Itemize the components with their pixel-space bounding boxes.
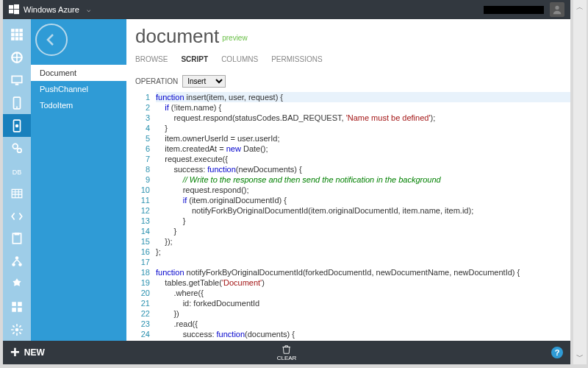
rail-adjust-icon[interactable] bbox=[3, 273, 31, 296]
svg-rect-8 bbox=[11, 33, 15, 37]
svg-rect-10 bbox=[19, 33, 23, 37]
nav-item[interactable]: Document bbox=[31, 65, 126, 81]
code-line[interactable]: 11 if (item.originalDocumentId) { bbox=[135, 195, 570, 205]
code-line[interactable]: 5 item.ownerUserId = user.userId; bbox=[135, 133, 570, 144]
clear-button[interactable]: CLEAR bbox=[277, 344, 297, 361]
second-nav: DocumentPushChannelTodoItem bbox=[31, 19, 126, 341]
line-number: 6 bbox=[135, 144, 156, 154]
tab[interactable]: BROWSE bbox=[135, 55, 168, 65]
line-number: 7 bbox=[135, 154, 156, 164]
line-number: 21 bbox=[135, 298, 156, 308]
code-line[interactable]: 20 .where({ bbox=[135, 288, 570, 298]
svg-rect-7 bbox=[19, 29, 23, 33]
svg-point-28 bbox=[12, 263, 15, 266]
preview-badge: preview bbox=[222, 34, 247, 42]
line-number: 24 bbox=[135, 329, 156, 339]
svg-rect-31 bbox=[18, 302, 22, 306]
rail-module-icon[interactable] bbox=[3, 295, 31, 318]
rail-clipboard-icon[interactable] bbox=[3, 227, 31, 250]
rail-code-icon[interactable] bbox=[3, 205, 31, 227]
line-number: 14 bbox=[135, 226, 156, 236]
operation-select[interactable]: InsertUpdateDeleteRead bbox=[182, 75, 226, 88]
line-number: 1 bbox=[135, 92, 156, 102]
nav-item[interactable]: PushChannel bbox=[31, 81, 126, 97]
bottom-bar: +NEW CLEAR ? bbox=[3, 341, 570, 364]
line-number: 9 bbox=[135, 174, 156, 185]
rail-gears-icon[interactable] bbox=[3, 137, 31, 160]
line-number: 4 bbox=[135, 123, 156, 133]
rail-grid-icon[interactable] bbox=[3, 24, 31, 46]
code-line[interactable]: 19 tables.getTable('Document') bbox=[135, 277, 570, 288]
svg-rect-11 bbox=[11, 38, 15, 41]
code-line[interactable]: 16}; bbox=[135, 247, 570, 257]
rail-db-icon[interactable]: DB bbox=[3, 160, 31, 183]
tab[interactable]: COLUMNS bbox=[221, 55, 258, 65]
brand-label: Windows Azure bbox=[24, 5, 79, 14]
code-line[interactable]: 8 success: function(newDocuments) { bbox=[135, 164, 570, 174]
rail-vm-icon[interactable] bbox=[3, 69, 31, 92]
code-line[interactable]: 17 bbox=[135, 257, 570, 267]
line-number: 16 bbox=[135, 247, 156, 257]
svg-point-4 bbox=[555, 6, 559, 10]
code-line[interactable]: 2 if (!item.name) { bbox=[135, 102, 570, 113]
line-number: 17 bbox=[135, 257, 156, 267]
code-line[interactable]: 12 notifyForkByOriginalDocumentId(item.o… bbox=[135, 205, 570, 216]
tab[interactable]: PERMISSIONS bbox=[271, 55, 322, 65]
code-line[interactable]: 4 } bbox=[135, 123, 570, 133]
code-line[interactable]: 7 request.execute({ bbox=[135, 154, 570, 164]
code-line[interactable]: 10 request.respond(); bbox=[135, 185, 570, 195]
svg-point-20 bbox=[15, 124, 19, 127]
code-line[interactable]: 18function notifyForkByOriginalDocumentI… bbox=[135, 267, 570, 277]
code-line[interactable]: 6 item.createdAt = new Date(); bbox=[135, 144, 570, 154]
rail-mobile-icon[interactable] bbox=[3, 91, 31, 114]
code-line[interactable]: 22 }) bbox=[135, 308, 570, 319]
scrollbar[interactable]: ︿ ﹀ bbox=[573, 0, 587, 364]
back-button[interactable] bbox=[35, 24, 68, 56]
code-line[interactable]: 21 id: forkedDocumentId bbox=[135, 298, 570, 308]
code-editor[interactable]: 1function insert(item, user, request) {2… bbox=[135, 92, 570, 341]
new-button[interactable]: +NEW bbox=[10, 344, 45, 361]
line-number: 15 bbox=[135, 236, 156, 247]
rail-table-icon[interactable] bbox=[3, 182, 31, 205]
line-number: 2 bbox=[135, 102, 156, 113]
svg-rect-32 bbox=[12, 308, 16, 312]
svg-rect-24 bbox=[12, 189, 22, 197]
code-line[interactable]: 3 request.respond(statusCodes.BAD_REQUES… bbox=[135, 113, 570, 123]
code-line[interactable]: 24 success: function(documents) { bbox=[135, 329, 570, 339]
code-line[interactable]: 1function insert(item, user, request) { bbox=[135, 92, 570, 102]
avatar[interactable] bbox=[550, 2, 564, 17]
help-button[interactable]: ? bbox=[551, 347, 563, 358]
content-area: documentpreview BROWSESCRIPTCOLUMNSPERMI… bbox=[126, 19, 570, 341]
svg-rect-6 bbox=[15, 29, 19, 33]
code-line[interactable]: 9 // Write to the response and then send… bbox=[135, 174, 570, 185]
svg-rect-2 bbox=[9, 10, 13, 13]
scroll-down-icon[interactable]: ﹀ bbox=[576, 350, 584, 364]
svg-rect-13 bbox=[19, 38, 23, 41]
rail-network-icon[interactable] bbox=[3, 250, 31, 273]
code-line[interactable]: 23 .read({ bbox=[135, 319, 570, 329]
line-number: 22 bbox=[135, 308, 156, 319]
svg-point-29 bbox=[18, 263, 22, 266]
line-number: 11 bbox=[135, 195, 156, 205]
svg-point-22 bbox=[18, 149, 22, 153]
scroll-up-icon[interactable]: ︿ bbox=[576, 0, 584, 15]
rail-settings-icon[interactable] bbox=[3, 318, 31, 341]
tabs: BROWSESCRIPTCOLUMNSPERMISSIONS bbox=[135, 55, 570, 65]
code-line[interactable]: 13 } bbox=[135, 216, 570, 226]
operation-row: OPERATION InsertUpdateDeleteRead bbox=[135, 75, 570, 88]
tab[interactable]: SCRIPT bbox=[181, 55, 208, 65]
svg-rect-26 bbox=[15, 233, 20, 236]
chevron-down-icon[interactable]: ⌵ bbox=[87, 6, 90, 13]
line-number: 8 bbox=[135, 164, 156, 174]
code-line[interactable]: 14 } bbox=[135, 226, 570, 236]
svg-rect-0 bbox=[9, 5, 13, 9]
rail-mobile-services-icon[interactable] bbox=[3, 114, 31, 137]
page-title: documentpreview bbox=[135, 25, 570, 48]
svg-rect-15 bbox=[12, 76, 22, 82]
line-number: 19 bbox=[135, 277, 156, 288]
svg-point-21 bbox=[12, 144, 18, 149]
rail-web-icon[interactable] bbox=[3, 46, 31, 69]
account-label[interactable] bbox=[484, 6, 544, 14]
code-line[interactable]: 15 }); bbox=[135, 236, 570, 247]
nav-item[interactable]: TodoItem bbox=[31, 97, 126, 113]
